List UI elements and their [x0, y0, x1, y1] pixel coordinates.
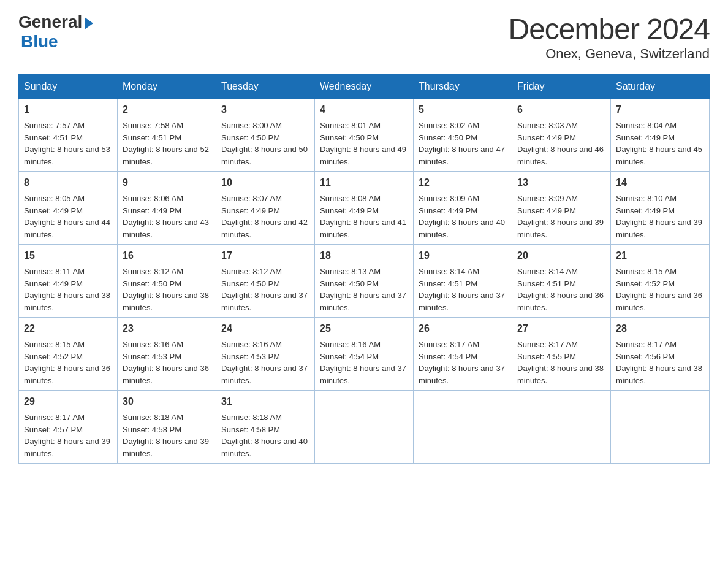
- calendar-day-cell: 31Sunrise: 8:18 AMSunset: 4:58 PMDayligh…: [216, 391, 315, 464]
- day-number: 23: [123, 321, 211, 336]
- title-section: December 2024 Onex, Geneva, Switzerland: [508, 12, 710, 62]
- day-number: 19: [419, 248, 507, 263]
- header-friday: Friday: [512, 75, 611, 99]
- calendar-day-cell: 2Sunrise: 7:58 AMSunset: 4:51 PMDaylight…: [118, 99, 216, 172]
- day-number: 16: [123, 248, 211, 263]
- logo-arrow-icon: [85, 17, 93, 29]
- calendar-day-cell: 20Sunrise: 8:14 AMSunset: 4:51 PMDayligh…: [512, 245, 611, 318]
- day-number: 6: [517, 102, 605, 117]
- calendar-day-cell: [512, 391, 611, 464]
- location-subtitle: Onex, Geneva, Switzerland: [508, 46, 710, 62]
- day-number: 20: [517, 248, 605, 263]
- calendar-day-cell: 24Sunrise: 8:16 AMSunset: 4:53 PMDayligh…: [216, 318, 315, 391]
- calendar-day-cell: 4Sunrise: 8:01 AMSunset: 4:50 PMDaylight…: [315, 99, 414, 172]
- header-monday: Monday: [118, 75, 216, 99]
- calendar-day-cell: 12Sunrise: 8:09 AMSunset: 4:49 PMDayligh…: [414, 172, 512, 245]
- page-header: General Blue December 2024 Onex, Geneva,…: [18, 12, 710, 62]
- calendar-table: Sunday Monday Tuesday Wednesday Thursday…: [18, 74, 710, 464]
- day-number: 4: [320, 102, 408, 117]
- calendar-day-cell: 28Sunrise: 8:17 AMSunset: 4:56 PMDayligh…: [611, 318, 710, 391]
- day-number: 8: [24, 175, 112, 190]
- day-number: 3: [221, 102, 309, 117]
- day-number: 22: [24, 321, 112, 336]
- calendar-day-cell: 3Sunrise: 8:00 AMSunset: 4:50 PMDaylight…: [216, 99, 315, 172]
- day-number: 15: [24, 248, 112, 263]
- calendar-day-cell: 8Sunrise: 8:05 AMSunset: 4:49 PMDaylight…: [19, 172, 118, 245]
- calendar-day-cell: 19Sunrise: 8:14 AMSunset: 4:51 PMDayligh…: [414, 245, 512, 318]
- month-year-title: December 2024: [508, 12, 710, 46]
- day-number: 1: [24, 102, 112, 117]
- day-number: 17: [221, 248, 309, 263]
- day-number: 12: [419, 175, 507, 190]
- day-number: 30: [123, 394, 211, 409]
- header-sunday: Sunday: [19, 75, 118, 99]
- calendar-day-cell: 11Sunrise: 8:08 AMSunset: 4:49 PMDayligh…: [315, 172, 414, 245]
- calendar-day-cell: [414, 391, 512, 464]
- day-number: 11: [320, 175, 408, 190]
- calendar-day-cell: 15Sunrise: 8:11 AMSunset: 4:49 PMDayligh…: [19, 245, 118, 318]
- day-number: 9: [123, 175, 211, 190]
- calendar-day-cell: 30Sunrise: 8:18 AMSunset: 4:58 PMDayligh…: [118, 391, 216, 464]
- calendar-day-cell: 6Sunrise: 8:03 AMSunset: 4:49 PMDaylight…: [512, 99, 611, 172]
- day-number: 31: [221, 394, 309, 409]
- calendar-week-row: 29Sunrise: 8:17 AMSunset: 4:57 PMDayligh…: [19, 391, 710, 464]
- logo-general-text: General: [18, 12, 82, 32]
- calendar-day-cell: 13Sunrise: 8:09 AMSunset: 4:49 PMDayligh…: [512, 172, 611, 245]
- header-wednesday: Wednesday: [315, 75, 414, 99]
- calendar-day-cell: [315, 391, 414, 464]
- logo: General Blue: [18, 12, 93, 52]
- calendar-week-row: 8Sunrise: 8:05 AMSunset: 4:49 PMDaylight…: [19, 172, 710, 245]
- calendar-day-cell: 17Sunrise: 8:12 AMSunset: 4:50 PMDayligh…: [216, 245, 315, 318]
- calendar-header-row: Sunday Monday Tuesday Wednesday Thursday…: [19, 75, 710, 99]
- logo-blue-text: Blue: [21, 32, 58, 52]
- day-number: 18: [320, 248, 408, 263]
- calendar-week-row: 1Sunrise: 7:57 AMSunset: 4:51 PMDaylight…: [19, 99, 710, 172]
- calendar-day-cell: [611, 391, 710, 464]
- calendar-day-cell: 21Sunrise: 8:15 AMSunset: 4:52 PMDayligh…: [611, 245, 710, 318]
- day-number: 5: [419, 102, 507, 117]
- calendar-day-cell: 22Sunrise: 8:15 AMSunset: 4:52 PMDayligh…: [19, 318, 118, 391]
- day-number: 13: [517, 175, 605, 190]
- calendar-day-cell: 27Sunrise: 8:17 AMSunset: 4:55 PMDayligh…: [512, 318, 611, 391]
- calendar-day-cell: 25Sunrise: 8:16 AMSunset: 4:54 PMDayligh…: [315, 318, 414, 391]
- day-number: 25: [320, 321, 408, 336]
- day-number: 29: [24, 394, 112, 409]
- day-number: 21: [616, 248, 704, 263]
- day-number: 7: [616, 102, 704, 117]
- header-tuesday: Tuesday: [216, 75, 315, 99]
- calendar-day-cell: 9Sunrise: 8:06 AMSunset: 4:49 PMDaylight…: [118, 172, 216, 245]
- day-number: 27: [517, 321, 605, 336]
- calendar-week-row: 22Sunrise: 8:15 AMSunset: 4:52 PMDayligh…: [19, 318, 710, 391]
- calendar-day-cell: 23Sunrise: 8:16 AMSunset: 4:53 PMDayligh…: [118, 318, 216, 391]
- day-number: 10: [221, 175, 309, 190]
- calendar-day-cell: 7Sunrise: 8:04 AMSunset: 4:49 PMDaylight…: [611, 99, 710, 172]
- day-number: 26: [419, 321, 507, 336]
- day-number: 14: [616, 175, 704, 190]
- calendar-day-cell: 26Sunrise: 8:17 AMSunset: 4:54 PMDayligh…: [414, 318, 512, 391]
- calendar-week-row: 15Sunrise: 8:11 AMSunset: 4:49 PMDayligh…: [19, 245, 710, 318]
- day-number: 28: [616, 321, 704, 336]
- calendar-day-cell: 18Sunrise: 8:13 AMSunset: 4:50 PMDayligh…: [315, 245, 414, 318]
- day-number: 2: [123, 102, 211, 117]
- calendar-day-cell: 16Sunrise: 8:12 AMSunset: 4:50 PMDayligh…: [118, 245, 216, 318]
- header-thursday: Thursday: [414, 75, 512, 99]
- header-saturday: Saturday: [611, 75, 710, 99]
- calendar-day-cell: 1Sunrise: 7:57 AMSunset: 4:51 PMDaylight…: [19, 99, 118, 172]
- calendar-day-cell: 5Sunrise: 8:02 AMSunset: 4:50 PMDaylight…: [414, 99, 512, 172]
- calendar-day-cell: 10Sunrise: 8:07 AMSunset: 4:49 PMDayligh…: [216, 172, 315, 245]
- calendar-day-cell: 14Sunrise: 8:10 AMSunset: 4:49 PMDayligh…: [611, 172, 710, 245]
- day-number: 24: [221, 321, 309, 336]
- calendar-day-cell: 29Sunrise: 8:17 AMSunset: 4:57 PMDayligh…: [19, 391, 118, 464]
